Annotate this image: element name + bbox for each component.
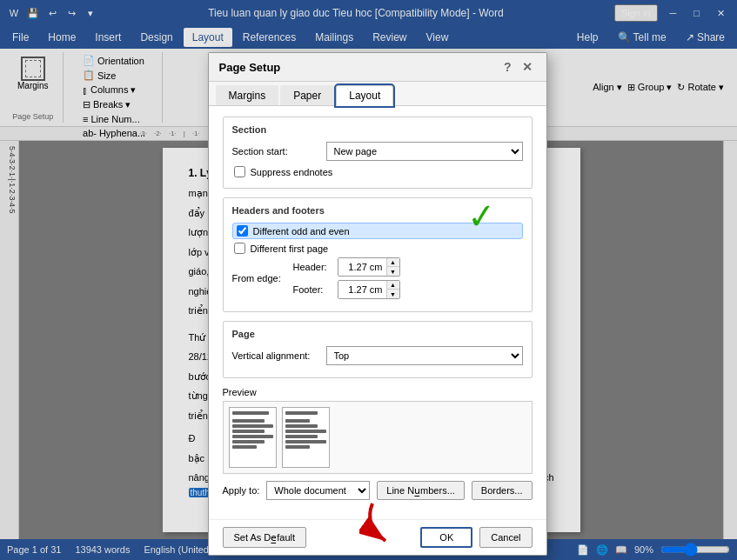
page-setup-dialog: Page Setup ? ✕ Margins Paper Layout Sect… (208, 52, 547, 556)
from-edge-row: From edge: Header: ▲ ▼ (232, 257, 523, 299)
preview-page-right (282, 407, 330, 468)
footer-spin-up[interactable]: ▲ (387, 281, 399, 290)
footer-spin: ▲ ▼ (338, 280, 400, 299)
apply-to-select[interactable]: Whole document This section This point f… (266, 481, 370, 500)
modal-overlay: Page Setup ? ✕ Margins Paper Layout Sect… (0, 0, 737, 560)
set-as-default-button[interactable]: Set As De̲fault (223, 527, 307, 548)
different-first-page-checkbox[interactable] (234, 243, 245, 254)
preview-line-r2 (285, 424, 318, 428)
suppress-endnotes-label[interactable]: Suppress endnotes (251, 167, 333, 177)
header-spin-up[interactable]: ▲ (387, 258, 399, 267)
preview-header-line (232, 411, 269, 415)
borders-button[interactable]: Borders... (472, 481, 533, 500)
headers-footers-box: Headers and footers Different odd and ev… (223, 197, 533, 312)
preview-label: Preview (223, 387, 533, 397)
edge-fields: Header: ▲ ▼ Footer: (293, 257, 400, 299)
preview-line-r6 (285, 445, 310, 449)
preview-line-1 (232, 419, 265, 423)
from-edge-label: From edge: (232, 273, 293, 283)
header-input[interactable] (338, 258, 386, 276)
header-label: Header: (293, 262, 332, 272)
preview-line-6 (232, 445, 257, 449)
suppress-endnotes-checkbox[interactable] (234, 166, 245, 177)
preview-line-4 (232, 435, 273, 438)
apply-to-label: Apply to: (223, 485, 260, 496)
preview-line-r4 (285, 435, 318, 438)
preview-line-3 (232, 430, 265, 433)
different-first-page-row: Different first page (232, 243, 523, 254)
footer-left: Set As De̲fault (223, 527, 307, 548)
tab-paper[interactable]: Paper (280, 85, 334, 105)
section-start-select[interactable]: New page Continuous Even page Odd page (326, 142, 523, 161)
page-box: Page Vertical alignment: Top Center Bott… (223, 321, 533, 378)
apply-to-row: Apply to: Whole document This section Th… (223, 481, 533, 500)
dialog-title-buttons: ? ✕ (504, 58, 536, 76)
preview-line-r5 (285, 440, 326, 443)
dialog-help-button[interactable]: ? (504, 60, 512, 74)
header-spin-down[interactable]: ▼ (387, 267, 399, 276)
section-title: Section (232, 124, 523, 135)
headers-footers-title: Headers and footers (232, 205, 523, 216)
ok-button[interactable]: OK (420, 527, 472, 548)
dialog-title-bar: Page Setup ? ✕ (209, 53, 546, 82)
suppress-endnotes-row: Suppress endnotes (232, 166, 523, 177)
vertical-alignment-row: Vertical alignment: Top Center Bottom Ju… (232, 346, 523, 365)
preview-header-line-2 (285, 411, 318, 415)
preview-line-r1 (285, 419, 310, 423)
footer-label: Footer: (293, 284, 332, 295)
preview-line-5 (232, 440, 265, 443)
preview-section: Preview (223, 387, 533, 474)
preview-page-left (229, 407, 277, 468)
vertical-alignment-select[interactable]: Top Center Bottom Justified (326, 346, 523, 365)
page-title: Page (232, 329, 523, 339)
section-box: Section Section start: New page Continuo… (223, 117, 533, 189)
dialog-tab-bar: Margins Paper Layout (209, 82, 546, 106)
preview-line-2 (232, 424, 273, 428)
odd-even-container: Different odd and even ✓ (232, 223, 523, 239)
dialog-body: Section Section start: New page Continuo… (209, 106, 546, 519)
different-first-page-label[interactable]: Different first page (251, 243, 329, 254)
different-odd-even-checkbox[interactable] (237, 225, 248, 237)
footer-spin-down[interactable]: ▼ (387, 290, 399, 298)
preview-line-r3 (285, 430, 326, 433)
tab-margins[interactable]: Margins (216, 85, 279, 105)
tab-layout[interactable]: Layout (336, 85, 393, 106)
vertical-alignment-label: Vertical alignment: (232, 350, 319, 361)
header-spin-buttons: ▲ ▼ (386, 258, 399, 276)
header-field-row: Header: ▲ ▼ (293, 257, 400, 277)
different-odd-even-row: Different odd and even (232, 223, 523, 239)
footer-field-row: Footer: ▲ ▼ (293, 280, 400, 299)
dialog-footer: Set As De̲fault OK Cancel (209, 519, 546, 555)
section-start-row: Section start: New page Continuous Even … (232, 142, 523, 161)
dialog-title-text: Page Setup (219, 61, 281, 74)
header-spin: ▲ ▼ (338, 257, 400, 277)
preview-box (223, 401, 533, 474)
dialog-close-button[interactable]: ✕ (519, 58, 536, 76)
footer-input[interactable] (338, 281, 386, 298)
cancel-button[interactable]: Cancel (479, 527, 532, 548)
different-odd-even-label[interactable]: Different odd and even (253, 226, 350, 237)
footer-right: OK Cancel (420, 527, 532, 548)
footer-spin-buttons: ▲ ▼ (386, 281, 399, 298)
line-numbers-button[interactable]: Line Nu̲mbers... (377, 481, 465, 500)
section-start-label: Section start: (232, 146, 319, 157)
